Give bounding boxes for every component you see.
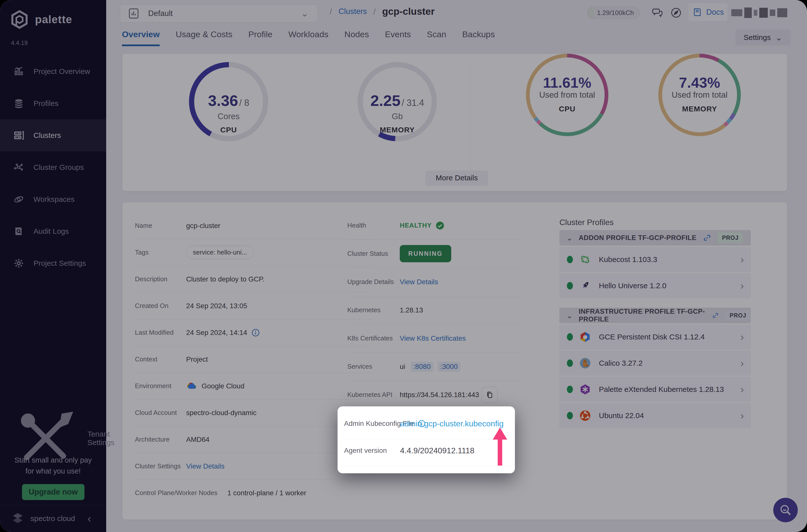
service-port-link[interactable]: :8080 [411,362,433,372]
usage-credits-pill: 1.29/100kCh [587,6,640,19]
workspaces-icon [13,194,24,205]
tab-profile[interactable]: Profile [248,30,272,46]
sidebar-item-label: Audit Logs [34,227,69,235]
tab-usage-costs[interactable]: Usage & Costs [176,30,232,46]
detail-row-context: Context Project [135,346,374,373]
spectro-cloud-logo [10,511,25,526]
service-port-link[interactable]: :3000 [438,362,460,372]
agent-version-value: 4.4.9/20240912.1118 [400,446,474,455]
sidebar-item-workspaces[interactable]: Workspaces [0,183,106,215]
search-fab-button[interactable] [773,498,798,522]
sidebar-item-project-settings[interactable]: Project Settings [0,247,106,279]
compass-icon[interactable] [670,6,682,19]
pointer-arrow [490,428,510,467]
profile-item-palette-k8s[interactable]: Palette eXtended Kubernetes 1.28.13 › [559,377,751,402]
sidebar-item-label: Workspaces [34,195,75,204]
sidebar-item-clusters[interactable]: Clusters [0,119,106,151]
info-icon[interactable] [251,328,260,337]
status-dot [567,359,573,367]
cpu-gauge-unit: Cores [218,112,240,121]
copy-icon [485,391,494,399]
sidebar-item-label: Cluster Groups [34,163,84,172]
palette-k8s-icon [578,383,592,396]
settings-label: Settings [744,33,771,42]
chevron-down-icon: ⌄ [566,311,573,320]
copy-button[interactable] [482,387,498,403]
book-icon [692,7,703,18]
detail-row-services: Services ui :8080 :3000 [347,353,525,381]
ubuntu-icon [578,409,592,422]
upsell-message: Start small and only pay for what you us… [0,455,106,477]
sidebar-item-project-overview[interactable]: Project Overview [0,55,106,88]
proj-badge: PROJ [717,232,743,243]
cpu-donut-caption: Used from total [539,90,595,100]
detail-row-health: Health HEALTHY [347,211,525,240]
chevron-down-icon: ⌄ [566,233,573,242]
breadcrumb-separator: / [374,7,376,16]
breadcrumb: / Clusters / gcp-cluster [330,6,435,17]
link-icon [702,233,712,242]
view-details-link[interactable]: View Details [400,278,438,286]
project-selector[interactable]: Default ⌄ [120,4,318,22]
memory-gauge-value: 2.25 / 31.4 [370,92,424,109]
sidebar-item-cluster-groups[interactable]: Cluster Groups [0,151,106,183]
sidebar-item-tenant-settings[interactable]: Tenant Settings [0,424,119,452]
tab-backups[interactable]: Backups [462,30,495,46]
tab-workloads[interactable]: Workloads [288,30,328,46]
detail-row-last-modified: Last Modified 24 Sep 2024, 14:14 [135,319,374,346]
profile-item-gce-disk-csi[interactable]: GCE Persistent Disk CSI 1.12.4 › [559,324,751,349]
google-cloud-icon [186,381,198,391]
cpu-gauge-label: CPU [220,126,237,134]
tab-events[interactable]: Events [385,30,411,46]
sidebar-collapse-icon[interactable]: ‹ [88,513,91,524]
tag-chip[interactable]: service: hello-uni... [186,246,254,259]
tab-overview[interactable]: Overview [122,30,159,46]
detail-row-tags: Tags service: hello-uni... [135,239,374,266]
sidebar-item-profiles[interactable]: Profiles [0,88,106,119]
settings-dropdown-button[interactable]: Settings ⌄ [735,30,791,45]
health-status: HEALTHY [400,221,445,230]
profile-item-hello-universe[interactable]: Hello Universe 1.2.0 › [559,273,751,298]
tab-scan[interactable]: Scan [427,30,447,46]
infrastructure-profile-header[interactable]: ⌄ INFRASTRUCTURE PROFILE TF-GCP-PROFILE … [559,308,751,323]
cluster-profiles-title: Cluster Profiles [559,218,614,227]
audit-logs-icon [13,226,24,237]
admin-kubeconfig-link[interactable]: admin.gcp-cluster.kubeconfig [400,419,503,428]
addon-profile-header[interactable]: ⌄ ADDON PROFILE TF-GCP-PROFILE PROJ [559,230,751,246]
upgrade-now-button[interactable]: Upgrade now [22,484,85,500]
sidebar-item-audit-logs[interactable]: Audit Logs [0,215,106,247]
status-dot [567,256,573,263]
profile-item-calico[interactable]: Calico 3.27.2 › [559,351,751,376]
view-details-link[interactable]: View Details [186,462,225,470]
project-selector-value: Default [148,9,173,18]
more-details-button[interactable]: More Details [426,171,488,185]
chevron-right-icon: › [740,331,744,343]
cluster-groups-icon [13,162,24,173]
memory-donut-label: MEMORY [682,104,717,113]
user-name-redacted[interactable] [731,7,787,18]
profile-item-kubecost[interactable]: Kubecost 1.103.3 › [559,247,751,272]
view-k8s-certificates-link[interactable]: View K8s Certificates [400,335,466,342]
sidebar-item-label: Profiles [34,99,58,108]
detail-row-kubernetes-api: Kubernetes API https://34.54.126.181:443 [347,381,537,409]
agent-version-label: Agent version [344,446,387,455]
spotlight-row-agent-version: Agent version 4.4.9/20240912.1118 [338,440,515,461]
breadcrumb-current: gcp-cluster [382,6,434,17]
memory-donut-percent: 7.43% [679,74,720,91]
sidebar-item-label: Clusters [34,131,61,140]
kubecost-icon [578,253,592,266]
docs-button[interactable]: Docs [688,3,727,21]
rocket-icon [578,279,592,292]
chevron-right-icon: › [740,384,744,395]
detail-row-nodes: Control Plane/Worker Nodes 1 control-pla… [135,479,385,506]
clusters-icon [13,130,24,141]
chat-icon[interactable] [651,6,663,19]
tab-nodes[interactable]: Nodes [344,30,369,46]
breadcrumb-link-clusters[interactable]: Clusters [339,7,367,16]
profile-item-ubuntu[interactable]: Ubuntu 22.04 › [559,403,751,428]
detail-row-cluster-status: Cluster Status RUNNING [347,240,525,268]
app-window: palette 4.4.19 Project Overview Profiles… [0,0,807,532]
status-dot [567,282,573,289]
sidebar: palette 4.4.19 Project Overview Profiles… [0,0,106,532]
chevron-down-icon: ⌄ [775,33,783,42]
